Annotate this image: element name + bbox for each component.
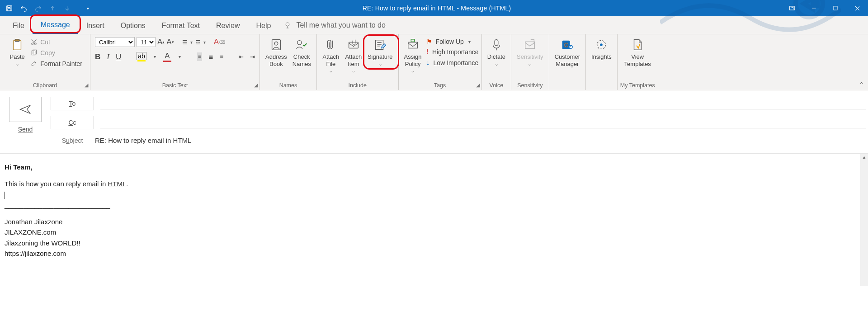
message-body-wrapper: Hi Team, This is how you can reply email…	[0, 154, 868, 286]
to-button[interactable]: To	[51, 97, 94, 110]
attach-item-label: AttachItem	[345, 53, 362, 67]
qat-save-icon[interactable]	[5, 4, 14, 13]
compose-header: Send To Cc Subject RE: How to reply emai…	[0, 90, 868, 154]
clipboard-launcher-icon[interactable]: ◢	[85, 82, 88, 88]
svg-point-14	[274, 42, 278, 45]
arrow-down-icon: ↓	[426, 59, 430, 67]
underline-button[interactable]: U	[116, 52, 121, 61]
collapse-ribbon-icon[interactable]: ⌃	[859, 81, 864, 88]
font-color-chevron-icon[interactable]: ▾	[178, 54, 182, 59]
window-minimize-icon[interactable]	[803, 0, 825, 16]
numbering-chevron-icon[interactable]: ▾	[203, 40, 207, 45]
tab-file[interactable]: File	[5, 16, 33, 34]
message-body[interactable]: Hi Team, This is how you can reply email…	[0, 154, 860, 286]
group-tags-label: Tags	[434, 81, 446, 90]
tags-launcher-icon[interactable]: ◢	[476, 82, 480, 88]
bullets-icon[interactable]: ☰	[182, 39, 188, 46]
qat-undo-icon[interactable]	[19, 4, 28, 13]
signature-separator: ____________________________	[5, 200, 855, 210]
tab-help[interactable]: Help	[248, 16, 279, 34]
cc-field[interactable]	[100, 117, 866, 128]
attach-item-button[interactable]: AttachItem	[342, 36, 365, 75]
customer-manager-button[interactable]: C CustomerManager	[552, 36, 583, 68]
attach-file-label: AttachFile	[322, 53, 339, 67]
window-close-icon[interactable]	[846, 0, 868, 16]
check-names-button[interactable]: CheckNames	[290, 36, 314, 68]
qat-redo-icon[interactable]	[33, 4, 42, 13]
align-center-icon[interactable]: ≣	[208, 53, 213, 60]
qat-customize-icon[interactable]: ▾	[83, 4, 92, 13]
group-sensitivity-label: Sensitivity	[517, 81, 542, 90]
window-popin-icon[interactable]	[781, 0, 803, 16]
italic-button[interactable]: I	[107, 52, 109, 61]
body-line1a: This is how you can reply email in	[5, 180, 108, 188]
signature-label: Signature	[368, 53, 393, 61]
low-importance-button[interactable]: ↓Low Importance	[426, 59, 479, 67]
svg-rect-4	[834, 6, 837, 10]
tab-review[interactable]: Review	[208, 16, 248, 34]
sensitivity-label: Sensitivity	[517, 53, 543, 61]
window-maximize-icon[interactable]	[825, 0, 846, 16]
grow-font-icon[interactable]: A▴	[157, 38, 165, 47]
address-book-button[interactable]: AddressBook	[263, 36, 290, 68]
signature-button[interactable]: Signature	[365, 36, 396, 68]
svg-rect-3	[790, 6, 795, 10]
text-caret	[5, 192, 5, 199]
clear-formatting-icon[interactable]: A⌫	[214, 38, 225, 47]
font-color-button[interactable]: A	[163, 52, 171, 62]
shrink-font-icon[interactable]: A▾	[166, 38, 174, 47]
tell-me-search[interactable]: Tell me what you want to do	[283, 16, 385, 34]
attach-file-button[interactable]: AttachFile	[320, 36, 342, 75]
align-left-icon[interactable]: ≡	[197, 52, 203, 61]
high-importance-label: High Importance	[432, 48, 479, 56]
font-family-select[interactable]: Calibri	[95, 37, 135, 47]
decrease-indent-icon[interactable]: ⇤	[239, 53, 244, 60]
high-importance-button[interactable]: !High Importance	[426, 48, 479, 56]
copy-button[interactable]: Copy	[28, 49, 84, 57]
cut-button[interactable]: Cut	[28, 38, 84, 46]
highlight-color-button[interactable]: ab	[137, 52, 146, 61]
tab-insert[interactable]: Insert	[78, 16, 113, 34]
to-label-rest: o	[72, 100, 76, 107]
send-button[interactable]	[9, 97, 42, 122]
numbering-icon[interactable]: ☲	[195, 39, 201, 46]
font-size-select[interactable]: 11	[137, 37, 156, 47]
insights-label: Insights	[591, 53, 612, 61]
scroll-up-icon[interactable]: ▲	[860, 155, 868, 160]
group-insights-empty	[601, 81, 602, 90]
copy-label: Copy	[40, 49, 55, 57]
svg-rect-12	[33, 50, 36, 54]
tab-options[interactable]: Options	[113, 16, 154, 34]
body-line1c: .	[126, 180, 128, 188]
svg-rect-20	[495, 40, 498, 46]
qat-previous-icon[interactable]	[48, 4, 57, 13]
tab-message[interactable]: Message	[33, 16, 78, 34]
scrollbar[interactable]: ▲	[860, 154, 868, 286]
increase-indent-icon[interactable]: ⇥	[250, 53, 255, 60]
follow-up-button[interactable]: ⚑Follow Up▾	[426, 38, 479, 45]
dictate-button[interactable]: Dictate	[485, 36, 508, 68]
cc-button[interactable]: Cc	[51, 116, 94, 129]
group-my-templates-label: My Templates	[620, 81, 655, 90]
view-templates-button[interactable]: ViewTemplates	[622, 36, 654, 68]
insights-button[interactable]: Insights	[589, 36, 614, 61]
ribbon-tabs: File Message Insert Options Format Text …	[0, 16, 868, 34]
tab-format-text[interactable]: Format Text	[154, 16, 208, 34]
tell-me-text: Tell me what you want to do	[296, 21, 385, 29]
view-templates-label: ViewTemplates	[624, 53, 651, 67]
align-right-icon[interactable]: ≡	[220, 53, 223, 60]
group-clipboard-label: Clipboard	[33, 81, 57, 90]
highlight-chevron-icon[interactable]: ▾	[153, 54, 157, 59]
basic-text-launcher-icon[interactable]: ◢	[254, 82, 258, 88]
subject-field[interactable]: RE: How to reply email in HTML	[94, 135, 866, 146]
format-painter-button[interactable]: Format Painter	[28, 60, 84, 68]
group-voice-label: Voice	[490, 81, 504, 90]
bullets-chevron-icon[interactable]: ▾	[189, 40, 193, 45]
qat-next-icon[interactable]	[62, 4, 71, 13]
paste-button[interactable]: Paste	[6, 36, 28, 68]
svg-rect-2	[7, 9, 10, 11]
title-bar: ▾ RE: How to reply email in HTML - Messa…	[0, 0, 868, 16]
bold-button[interactable]: B	[95, 52, 100, 61]
to-field[interactable]	[100, 98, 866, 109]
assign-policy-button[interactable]: AssignPolicy	[401, 36, 425, 75]
